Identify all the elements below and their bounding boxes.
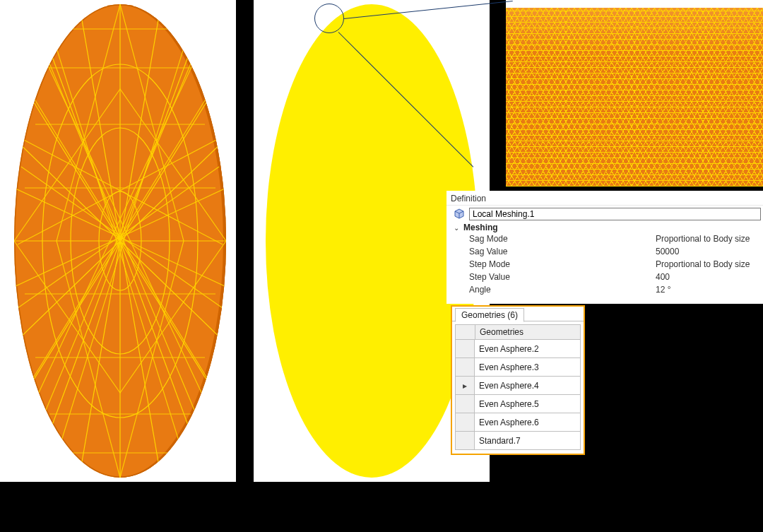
prop-row[interactable]: Step Value 400 xyxy=(446,271,763,283)
prop-value[interactable]: 50000 xyxy=(656,245,763,258)
prop-value[interactable]: 400 xyxy=(656,271,763,283)
svg-line-9 xyxy=(120,138,226,241)
lens-fine xyxy=(266,4,478,478)
svg-line-14 xyxy=(120,241,160,470)
svg-line-19 xyxy=(14,241,120,343)
chevron-down-icon[interactable]: ⌄ xyxy=(454,224,461,232)
definition-header: Definition xyxy=(446,191,763,206)
prop-row[interactable]: Angle 12 ° xyxy=(446,283,763,296)
svg-line-16 xyxy=(81,241,120,470)
row-gutter xyxy=(455,413,475,432)
geometry-cell[interactable]: Even Asphere.6 xyxy=(475,413,581,432)
table-row[interactable]: Even Asphere.3 xyxy=(455,358,581,377)
row-gutter xyxy=(455,395,475,413)
prop-key: Step Mode xyxy=(446,258,656,271)
prop-value[interactable]: Proportional to Body size xyxy=(656,258,763,271)
geometry-cell[interactable]: Standard.7 xyxy=(475,432,581,450)
table-row[interactable]: Even Asphere.2 xyxy=(455,340,581,358)
geometry-cell[interactable]: Even Asphere.5 xyxy=(475,395,581,413)
definition-panel: Definition ⌄ Meshing Sag Mode Proportion… xyxy=(446,191,763,304)
svg-line-21 xyxy=(14,138,120,241)
prop-key: Sag Mode xyxy=(446,232,656,245)
mesh-zoom-surface xyxy=(506,0,763,187)
meshing-group-label[interactable]: Meshing xyxy=(463,223,498,232)
lens-coarse xyxy=(14,4,226,478)
geometries-tab[interactable]: Geometries (6) xyxy=(455,308,524,322)
prop-key: Sag Value xyxy=(446,245,656,258)
row-gutter-current: ▸ xyxy=(455,377,475,395)
table-row[interactable]: Even Asphere.6 xyxy=(455,413,581,432)
table-row[interactable]: ▸ Even Asphere.4 xyxy=(455,377,581,395)
page-root: Definition ⌄ Meshing Sag Mode Proportion… xyxy=(0,0,763,532)
svg-line-11 xyxy=(120,241,226,343)
callout-ring xyxy=(314,4,344,33)
geometry-cell[interactable]: Even Asphere.2 xyxy=(475,340,581,358)
prop-key: Step Value xyxy=(446,271,656,283)
viewport-mesh-zoom[interactable] xyxy=(506,0,763,187)
row-gutter xyxy=(455,432,475,450)
table-corner xyxy=(455,324,475,340)
viewport-coarse-mesh[interactable] xyxy=(0,0,236,482)
table-row[interactable]: Even Asphere.5 xyxy=(455,395,581,413)
row-gutter xyxy=(455,358,475,377)
prop-value[interactable]: 12 ° xyxy=(656,283,763,296)
cube-icon xyxy=(454,208,465,220)
prop-row[interactable]: Step Mode Proportional to Body size xyxy=(446,258,763,271)
geometry-cell[interactable]: Even Asphere.3 xyxy=(475,358,581,377)
prop-row[interactable]: Sag Value 50000 xyxy=(446,245,763,258)
geometries-column-header[interactable]: Geometries xyxy=(475,324,581,340)
row-gutter xyxy=(455,340,475,358)
coarse-mesh-wires xyxy=(14,4,226,478)
prop-row[interactable]: Sag Mode Proportional to Body size xyxy=(446,232,763,245)
prop-value[interactable]: Proportional to Body size xyxy=(656,232,763,245)
definition-name-input[interactable] xyxy=(469,208,761,220)
prop-key: Angle xyxy=(446,283,656,296)
meshing-properties: Sag Mode Proportional to Body size Sag V… xyxy=(446,232,763,296)
geometries-panel: Geometries (6) Geometries Even Asphere.2… xyxy=(451,305,585,455)
geometries-table: Geometries Even Asphere.2 Even Asphere.3… xyxy=(455,324,581,450)
table-row[interactable]: Standard.7 xyxy=(455,432,581,450)
geometry-cell[interactable]: Even Asphere.4 xyxy=(475,377,581,395)
